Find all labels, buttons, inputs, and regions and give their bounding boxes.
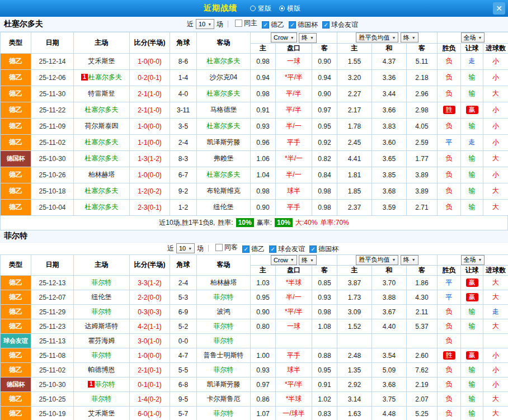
away-team-cell[interactable]: 波鸿 [197, 305, 251, 319]
score-cell: 3-3(1-2) [130, 276, 170, 290]
odds-home-cell: 0.90 [251, 305, 276, 319]
away-team-cell[interactable]: 杜塞尔多夫 [197, 86, 251, 102]
home-team-cell[interactable]: 杜塞尔多夫 [74, 134, 130, 150]
avg-stage-select[interactable]: 终▼ [401, 32, 418, 43]
team-name: 艾禾斯堡 [88, 57, 115, 65]
home-team-cell[interactable]: 特雷斯登 [74, 86, 130, 102]
avg-stage-select[interactable]: 终▼ [401, 255, 418, 265]
team-name: 达姆斯塔特 [85, 322, 119, 330]
odds-away-cell [312, 334, 337, 348]
home-team-cell[interactable]: 霍芬海姆 [74, 334, 130, 348]
handicap-cell: 半/一 [276, 290, 312, 305]
match-row: 德乙 25-10-26 柏林赫塔 1-0(0-0) 6-7 杜塞尔多夫 1.04… [1, 167, 508, 183]
filter-checkbox[interactable]: ✓德国杯 [309, 244, 338, 254]
layout-option-vertical[interactable]: 竖版 [250, 4, 271, 13]
filter-checkbox[interactable]: ✓德乙 [262, 20, 284, 30]
avg-select[interactable]: 胜平负均值▼ [356, 255, 398, 265]
odds-stage-select[interactable]: 终▼ [299, 33, 317, 43]
away-team-cell[interactable]: 凯泽斯劳滕 [197, 134, 251, 150]
avg-home-cell: 1.81 [337, 167, 372, 183]
filter-checkbox[interactable]: ✓球会友谊 [269, 244, 305, 254]
handicap-cell: *半球 [276, 276, 312, 290]
filter-checkbox[interactable]: 同客 [215, 243, 238, 252]
away-team-cell[interactable]: 布轮斯维克 [197, 183, 251, 199]
away-team-cell[interactable]: 杜塞尔多夫 [197, 167, 251, 183]
team-name: 菲尔特 [214, 322, 234, 330]
away-team-cell[interactable]: 沙尔克04 [197, 69, 251, 86]
goal-result-cell: 大 [483, 290, 508, 305]
result-cell: 负 [438, 118, 461, 134]
team-name: 菲尔特 [92, 308, 112, 315]
away-team-cell[interactable]: 凯泽斯劳滕 [197, 377, 251, 392]
home-team-cell[interactable]: 柏林赫塔 [74, 167, 130, 183]
result-cell: 负 [438, 377, 461, 392]
filter-checkbox[interactable]: ✓球会友谊 [322, 20, 358, 30]
away-team-cell[interactable]: 菲尔特 [197, 407, 251, 420]
home-team-cell[interactable]: 杜塞尔多夫 [74, 183, 130, 199]
bookmaker-select[interactable]: Crow▼ [271, 255, 297, 265]
filter-checkbox[interactable]: ✓德乙 [242, 244, 265, 254]
away-team-cell[interactable]: 纽伦堡 [197, 199, 251, 215]
home-team-cell[interactable]: 1菲尔特 [74, 377, 130, 392]
avg-away-cell [407, 334, 438, 348]
home-team-cell[interactable]: 菲尔特 [74, 348, 130, 363]
handicap-cell: 一/球半 [276, 407, 312, 420]
away-team-cell[interactable]: 马格德堡 [197, 102, 251, 118]
home-team-cell[interactable]: 荷尔斯泰因 [74, 118, 130, 134]
away-team-cell[interactable]: 菲尔特 [197, 290, 251, 305]
away-team-cell[interactable]: 弗赖堡 [197, 150, 251, 167]
home-team-cell[interactable]: 杜塞尔多夫 [74, 150, 130, 167]
scope-select[interactable]: 全场▼ [461, 32, 485, 43]
layout-option-horizontal[interactable]: 横版 [279, 4, 300, 13]
let-result-cell: 赢 [461, 276, 483, 290]
avg-away-cell: 2.07 [407, 392, 438, 407]
away-team-cell[interactable]: 菲尔特 [197, 363, 251, 377]
avg-select[interactable]: 胜平负均值▼ [356, 32, 398, 43]
home-team-cell[interactable]: 艾禾斯堡 [74, 407, 130, 420]
corner-cell: 4-7 [170, 348, 197, 363]
close-button[interactable]: ✕ [493, 2, 505, 15]
match-date: 25-10-30 [31, 150, 74, 167]
col-date: 日期 [31, 254, 74, 276]
away-team-cell[interactable]: 卡尔斯鲁厄 [197, 392, 251, 407]
panel-header: 近期战绩 竖版 横版 ✕ [0, 0, 508, 17]
recent-count-select[interactable]: 10 ▼ [196, 19, 214, 29]
home-team-cell[interactable]: 1杜塞尔多夫 [74, 69, 130, 86]
avg-home-cell: 3.09 [337, 305, 372, 319]
score-cell: 1-3(1-2) [130, 150, 170, 167]
home-team-cell[interactable]: 纽伦堡 [74, 290, 130, 305]
home-team-cell[interactable]: 菲尔特 [74, 276, 130, 290]
avg-home-cell: 1.35 [337, 363, 372, 377]
odds-stage-select[interactable]: 终▼ [299, 255, 317, 265]
col-score: 比分(半场) [130, 254, 170, 276]
result-tag: 赢 [466, 279, 478, 287]
home-team-cell[interactable]: 艾禾斯堡 [74, 53, 130, 69]
filter-checkbox-label: 球会友谊 [331, 20, 358, 30]
result-cell: 负 [438, 334, 461, 348]
radio-selected-icon [279, 6, 285, 11]
home-team-cell[interactable]: 菲尔特 [74, 305, 130, 319]
home-team-cell[interactable]: 帕德博恩 [74, 363, 130, 377]
away-team-cell[interactable]: 菲尔特 [197, 334, 251, 348]
away-team-cell[interactable]: 杜塞尔多夫 [197, 53, 251, 69]
odds-home-cell: 0.96 [251, 134, 276, 150]
home-team-cell[interactable]: 菲尔特 [74, 392, 130, 407]
home-team-cell[interactable]: 杜塞尔多夫 [74, 102, 130, 118]
away-team-cell[interactable]: 柏林赫塔 [197, 276, 251, 290]
away-team-cell[interactable]: 菲尔特 [197, 319, 251, 334]
home-team-cell[interactable]: 杜塞尔多夫 [74, 199, 130, 215]
score-cell: 1-1(0-0) [130, 134, 170, 150]
filter-checkbox[interactable]: 同主 [235, 18, 257, 28]
handicap-cell [276, 334, 312, 348]
recent-count-select[interactable]: 10 ▼ [176, 243, 195, 253]
scope-select[interactable]: 全场▼ [461, 255, 485, 265]
home-team-cell[interactable]: 达姆斯塔特 [74, 319, 130, 334]
team-name: 菲尔特 [214, 366, 234, 374]
chevron-down-icon: ▼ [290, 36, 294, 40]
match-date: 25-10-26 [31, 167, 74, 183]
bookmaker-select[interactable]: Crow▼ [271, 32, 297, 43]
score-cell: 0-2(0-1) [130, 69, 170, 86]
away-team-cell[interactable]: 普鲁士明斯特 [197, 348, 251, 363]
filter-checkbox[interactable]: ✓德国杯 [289, 20, 318, 30]
away-team-cell[interactable]: 杜塞尔多夫 [197, 118, 251, 134]
